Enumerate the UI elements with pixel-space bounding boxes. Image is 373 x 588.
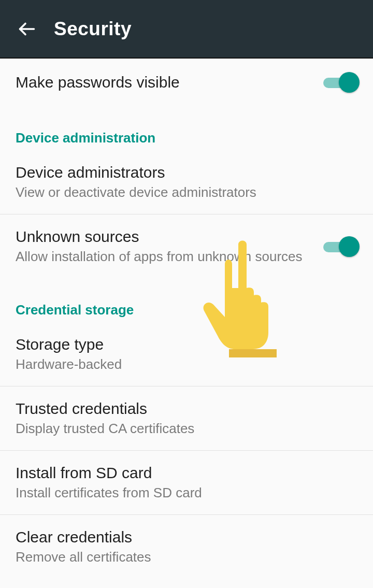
item-title: Clear credentials: [16, 528, 345, 546]
item-subtitle: Display trusted CA certificates: [16, 421, 345, 437]
item-trusted-credentials[interactable]: Trusted credentials Display trusted CA c…: [0, 386, 373, 450]
item-make-passwords-visible[interactable]: Make passwords visible: [0, 59, 373, 106]
section-device-administration: Device administration: [0, 106, 373, 150]
item-install-from-sd-card[interactable]: Install from SD card Install certificate…: [0, 451, 373, 514]
item-storage-type[interactable]: Storage type Hardware-backed: [0, 322, 373, 386]
arrow-back-icon: [18, 20, 36, 38]
item-unknown-sources[interactable]: Unknown sources Allow installation of ap…: [0, 214, 373, 278]
switch-thumb: [339, 72, 360, 93]
toggle-make-passwords-visible[interactable]: [323, 72, 357, 93]
item-device-administrators[interactable]: Device administrators View or deactivate…: [0, 150, 373, 214]
app-bar: Security: [0, 0, 373, 59]
item-title: Make passwords visible: [16, 74, 311, 91]
item-clear-credentials[interactable]: Clear credentials Remove all certificate…: [0, 515, 373, 570]
section-credential-storage: Credential storage: [0, 278, 373, 322]
item-subtitle: View or deactivate device administrators: [16, 184, 345, 200]
item-title: Unknown sources: [16, 228, 311, 246]
item-subtitle: Hardware-backed: [16, 356, 345, 372]
switch-thumb: [339, 236, 360, 257]
toggle-unknown-sources[interactable]: [323, 236, 357, 257]
item-title: Trusted credentials: [16, 400, 345, 418]
item-title: Install from SD card: [16, 464, 345, 482]
page-title: Security: [54, 18, 132, 40]
item-title: Storage type: [16, 336, 345, 353]
back-button[interactable]: [15, 17, 39, 41]
item-title: Device administrators: [16, 164, 345, 181]
item-subtitle: Remove all certificates: [16, 549, 345, 565]
item-subtitle: Install certificates from SD card: [16, 485, 345, 501]
item-subtitle: Allow installation of apps from unknown …: [16, 249, 311, 265]
